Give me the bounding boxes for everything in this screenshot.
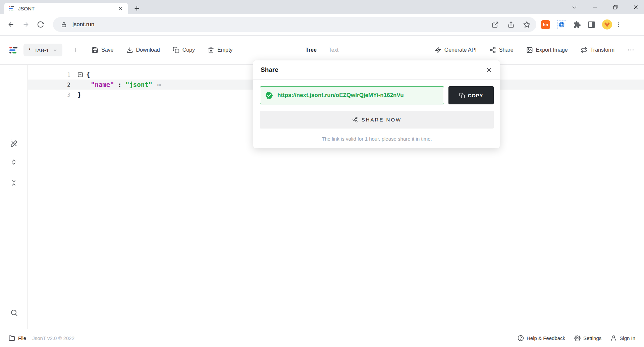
export-image-button[interactable]: Export Image xyxy=(526,47,568,53)
back-icon[interactable] xyxy=(7,21,15,28)
export-image-label: Export Image xyxy=(536,47,568,53)
document-tab-chip[interactable]: * TAB-1 xyxy=(23,44,62,56)
view-text-tab[interactable]: Text xyxy=(329,47,338,53)
close-icon[interactable] xyxy=(485,66,492,73)
side-panel-icon[interactable] xyxy=(588,21,595,28)
transform-icon xyxy=(581,47,587,53)
save-icon xyxy=(92,47,98,53)
footer-right-group: Help & Feedback Settings Sign In xyxy=(518,335,635,341)
browser-tab-strip: JSONT xyxy=(0,0,644,14)
lightning-icon xyxy=(435,47,441,53)
file-menu-button[interactable]: File xyxy=(9,335,26,341)
omnibox[interactable]: jsont.run xyxy=(53,17,536,32)
share-now-button[interactable]: SHARE NOW xyxy=(260,111,494,129)
tab-close-icon[interactable] xyxy=(117,5,123,11)
reload-icon[interactable] xyxy=(37,21,44,28)
add-tab-button[interactable] xyxy=(71,46,79,54)
line-number: 1 xyxy=(28,71,70,78)
view-mode-toggle: Tree Text xyxy=(306,47,338,53)
toolbar-right-group: Generate API Share Export Image Transfor… xyxy=(435,46,635,54)
main-area: 1 { 2 "name" : "jsont" ⋯ 3 } Share https… xyxy=(0,65,644,329)
image-icon xyxy=(526,47,533,53)
editor-side-rail xyxy=(0,65,28,329)
string-token: "jsont" xyxy=(125,81,152,88)
extensions-puzzle-icon[interactable] xyxy=(573,21,581,29)
copy-link-label: COPY xyxy=(468,93,483,98)
forward-icon[interactable] xyxy=(22,21,30,28)
help-feedback-button[interactable]: Help & Feedback xyxy=(518,335,565,341)
edit-disabled-icon[interactable] xyxy=(10,140,18,148)
new-tab-button[interactable] xyxy=(132,4,142,13)
extension-row: hn xyxy=(541,19,612,30)
copy-button[interactable]: Copy xyxy=(173,47,195,53)
open-in-new-icon[interactable] xyxy=(492,21,499,28)
share-nodes-icon xyxy=(352,117,358,122)
share-dialog: Share https://next.jsont.run/oEZQwIrQjeM… xyxy=(253,60,500,148)
collapsed-hint-icon[interactable]: ⋯ xyxy=(157,81,162,88)
share-page-icon[interactable] xyxy=(507,21,515,28)
window-controls xyxy=(572,0,639,14)
share-dialog-title: Share xyxy=(261,66,278,73)
browser-menu-icon[interactable] xyxy=(615,21,622,28)
help-circle-icon xyxy=(518,335,524,341)
collapse-all-icon[interactable] xyxy=(10,179,17,187)
copy-link-button[interactable]: COPY xyxy=(448,86,494,104)
generate-api-button[interactable]: Generate API xyxy=(435,47,477,53)
share-link-text: https://next.jsont.run/oEZQwIrQjeMYi-n16… xyxy=(277,92,404,99)
extension-capture-icon[interactable] xyxy=(557,20,566,29)
key-token: "name" xyxy=(91,81,114,88)
search-icon[interactable] xyxy=(10,309,18,317)
close-brace-token: } xyxy=(77,91,81,98)
code-tokens: "name" : "jsont" xyxy=(91,81,152,88)
window-close-icon[interactable] xyxy=(633,4,639,10)
browser-tab[interactable]: JSONT xyxy=(4,3,128,14)
user-icon xyxy=(610,335,617,341)
profile-avatar[interactable] xyxy=(602,19,612,30)
settings-label: Settings xyxy=(583,335,601,341)
version-text: JsonT v2.0 © 2022 xyxy=(32,335,74,341)
share-button[interactable]: Share xyxy=(489,47,514,53)
unsaved-indicator: * xyxy=(29,47,31,54)
download-button[interactable]: Download xyxy=(126,47,160,53)
copy-icon xyxy=(173,47,179,53)
window-restore-icon[interactable] xyxy=(612,4,618,10)
expand-all-icon[interactable] xyxy=(10,158,17,166)
extension-hn-icon[interactable]: hn xyxy=(541,20,550,29)
share-now-label: SHARE NOW xyxy=(362,117,402,122)
link-validity-note: The link is valid for 1 hour, please sha… xyxy=(260,136,494,142)
line-number: 3 xyxy=(28,92,70,98)
separator-token: : xyxy=(114,81,125,88)
file-label: File xyxy=(18,335,26,341)
app-footer: File JsonT v2.0 © 2022 Help & Feedback S… xyxy=(0,329,644,347)
gear-icon xyxy=(574,335,581,341)
trash-icon xyxy=(208,47,214,53)
sign-in-button[interactable]: Sign In xyxy=(610,335,635,341)
view-tree-tab[interactable]: Tree xyxy=(306,47,317,53)
help-feedback-label: Help & Feedback xyxy=(527,335,565,341)
transform-button[interactable]: Transform xyxy=(581,47,614,53)
fold-toggle-icon[interactable] xyxy=(77,72,83,78)
bookmark-star-icon[interactable] xyxy=(523,21,530,28)
browser-address-bar: jsont.run hn xyxy=(0,14,644,36)
window-minimize-icon[interactable] xyxy=(592,4,598,10)
save-button[interactable]: Save xyxy=(92,47,113,53)
settings-button[interactable]: Settings xyxy=(574,335,601,341)
folder-icon xyxy=(9,335,15,341)
link-row: https://next.jsont.run/oEZQwIrQjeMYi-n16… xyxy=(260,86,494,104)
generate-api-label: Generate API xyxy=(444,47,477,53)
share-dialog-header: Share xyxy=(253,60,500,80)
share-nodes-icon xyxy=(489,47,496,53)
document-tab-label: TAB-1 xyxy=(35,47,49,53)
empty-button[interactable]: Empty xyxy=(208,47,232,53)
lock-icon xyxy=(61,22,67,28)
more-options-icon[interactable] xyxy=(627,46,635,54)
jsont-favicon xyxy=(9,6,14,11)
chevron-down-icon xyxy=(53,48,57,52)
transform-label: Transform xyxy=(590,47,614,53)
browser-tab-title: JSONT xyxy=(18,6,117,11)
open-brace-token: { xyxy=(86,71,90,78)
window-chevron-icon[interactable] xyxy=(572,4,577,10)
share-link-field[interactable]: https://next.jsont.run/oEZQwIrQjeMYi-n16… xyxy=(260,86,444,104)
sign-in-label: Sign In xyxy=(620,335,635,341)
jsont-logo xyxy=(9,47,17,53)
